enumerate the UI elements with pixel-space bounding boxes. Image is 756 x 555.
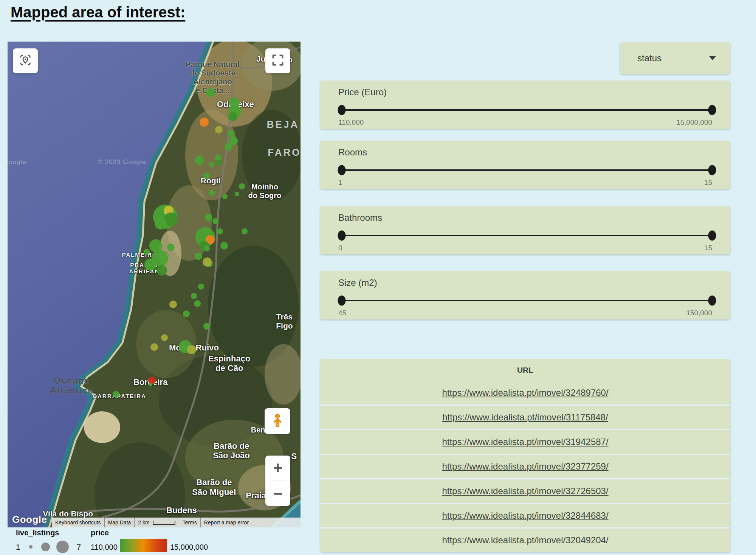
report-map-error-link[interactable]: Report a map error: [200, 518, 252, 527]
listing-url-link[interactable]: https://www.idealista.pt/imovel/32049204…: [442, 535, 608, 546]
table-row: https://www.idealista.pt/imovel/32377259…: [320, 454, 730, 478]
listing-dot[interactable]: [228, 112, 237, 121]
slider-track: [342, 109, 712, 111]
listing-dot[interactable]: [242, 228, 248, 234]
listing-dot[interactable]: [183, 310, 190, 317]
map-label: FARO: [268, 147, 301, 158]
listing-dot[interactable]: [203, 172, 210, 179]
listing-dot[interactable]: [212, 218, 218, 224]
pegman-icon: [271, 413, 284, 429]
map-label: Barão de São João: [213, 441, 250, 460]
legend-price-title: price: [91, 529, 109, 537]
listing-dot[interactable]: [113, 391, 119, 398]
listing-dot[interactable]: [222, 194, 228, 199]
price-slider-min-handle[interactable]: [338, 105, 346, 115]
bathrooms-slider-max-handle[interactable]: [708, 231, 716, 241]
map-label: Google: [8, 158, 26, 166]
listing-dot[interactable]: [220, 242, 228, 250]
listing-dot[interactable]: [215, 126, 223, 133]
fullscreen-icon: [271, 54, 284, 68]
table-row: https://www.idealista.pt/imovel/32844683…: [320, 503, 730, 527]
listing-url-link[interactable]: https://www.idealista.pt/imovel/32377259…: [442, 461, 608, 472]
bathrooms-range-slider[interactable]: [342, 230, 712, 241]
price-slider-max-handle[interactable]: [708, 105, 716, 115]
locate-button[interactable]: [13, 48, 38, 73]
map-label: Barão de São Miguel: [192, 477, 236, 497]
size-slider-min-handle[interactable]: [338, 296, 346, 306]
keyboard-shortcuts-link[interactable]: Keyboard shortcuts: [52, 518, 104, 527]
listing-dot[interactable]: [225, 143, 232, 151]
map-label: Budens: [166, 505, 197, 515]
listing-dot[interactable]: [239, 183, 245, 189]
scale-bar-icon: [153, 521, 175, 525]
listing-dot[interactable]: [203, 323, 210, 330]
size-range-slider[interactable]: [342, 295, 712, 306]
legend-size-min: 1: [16, 543, 20, 552]
listing-dot[interactable]: [205, 214, 212, 221]
table-row: https://www.idealista.pt/imovel/31175848…: [320, 405, 730, 429]
map-label: Três Figo: [276, 312, 293, 330]
listing-dot[interactable]: [204, 245, 210, 251]
legend-price-min: 110,000: [91, 543, 118, 552]
listing-dot[interactable]: [161, 334, 168, 341]
legend-size-max: 7: [77, 543, 81, 552]
listing-url-link[interactable]: https://www.idealista.pt/imovel/32726503…: [442, 486, 608, 496]
listing-dot[interactable]: [198, 284, 204, 290]
listing-dot[interactable]: [217, 228, 223, 234]
map-label: Ben: [251, 425, 265, 434]
fullscreen-button[interactable]: [265, 48, 290, 73]
page-title: Mapped area of interest:: [11, 4, 185, 21]
listing-url-link[interactable]: https://www.idealista.pt/imovel/32489760…: [442, 388, 608, 398]
listing-url-link[interactable]: https://www.idealista.pt/imovel/32844683…: [442, 510, 608, 521]
listing-dot[interactable]: [144, 259, 156, 271]
zoom-in-button[interactable]: +: [265, 456, 290, 480]
listing-dot[interactable]: [169, 301, 177, 308]
rooms-min-value: 1: [338, 178, 342, 187]
listing-dot[interactable]: [235, 192, 239, 196]
listing-dot[interactable]: [187, 345, 196, 354]
listing-dot[interactable]: [203, 257, 212, 267]
status-dropdown[interactable]: status: [620, 42, 730, 74]
listing-dot[interactable]: [209, 162, 214, 167]
legend-price-max: 15,000,000: [170, 543, 208, 552]
listing-dot[interactable]: [228, 130, 234, 137]
listing-dot[interactable]: [150, 343, 158, 351]
listing-dot[interactable]: [195, 156, 204, 165]
listing-dot[interactable]: [191, 293, 197, 299]
map-label: BEJA: [267, 119, 299, 130]
size-slider-max-handle[interactable]: [708, 296, 716, 306]
zoom-out-button[interactable]: −: [265, 482, 290, 506]
slider-track: [342, 169, 712, 171]
price-max-value: 15,000,000: [676, 118, 712, 127]
zoom-divider: [270, 481, 286, 481]
listing-dot[interactable]: [144, 249, 150, 255]
listing-dot[interactable]: [209, 190, 215, 196]
rooms-slider-min-handle[interactable]: [338, 165, 346, 175]
price-min-value: 110,000: [338, 118, 364, 127]
listing-dot[interactable]: [194, 300, 201, 307]
listing-url-link[interactable]: https://www.idealista.pt/imovel/31175848…: [442, 412, 608, 423]
bathrooms-slider-min-handle[interactable]: [338, 231, 346, 241]
listing-dot[interactable]: [206, 88, 215, 97]
size-min-value: 45: [338, 309, 346, 317]
legend-circle-large: [56, 541, 69, 553]
bathrooms-filter-label: Bathrooms: [338, 212, 382, 223]
listing-dot[interactable]: [156, 265, 167, 276]
listing-dot[interactable]: [195, 253, 202, 260]
map-data-link[interactable]: Map Data: [104, 518, 135, 527]
listing-dot[interactable]: [215, 160, 222, 166]
rooms-slider-max-handle[interactable]: [708, 165, 716, 175]
map-label: Moinho do Sogro: [248, 183, 282, 200]
listing-dot[interactable]: [167, 243, 175, 251]
price-range-slider[interactable]: [342, 105, 712, 115]
listing-dot[interactable]: [155, 217, 167, 229]
pegman-button[interactable]: [265, 408, 290, 434]
map-canvas[interactable]: + − Google Keyboard shortcuts Map Data 2…: [8, 42, 301, 527]
rooms-filter-panel: Rooms 1 15: [320, 141, 730, 189]
listing-url-link[interactable]: https://www.idealista.pt/imovel/31942587…: [442, 437, 608, 447]
terms-link[interactable]: Terms: [179, 518, 200, 527]
listing-dot[interactable]: [200, 118, 209, 127]
rooms-range-slider[interactable]: [342, 165, 712, 175]
listing-dot[interactable]: [148, 383, 152, 386]
bathrooms-min-value: 0: [338, 244, 342, 252]
